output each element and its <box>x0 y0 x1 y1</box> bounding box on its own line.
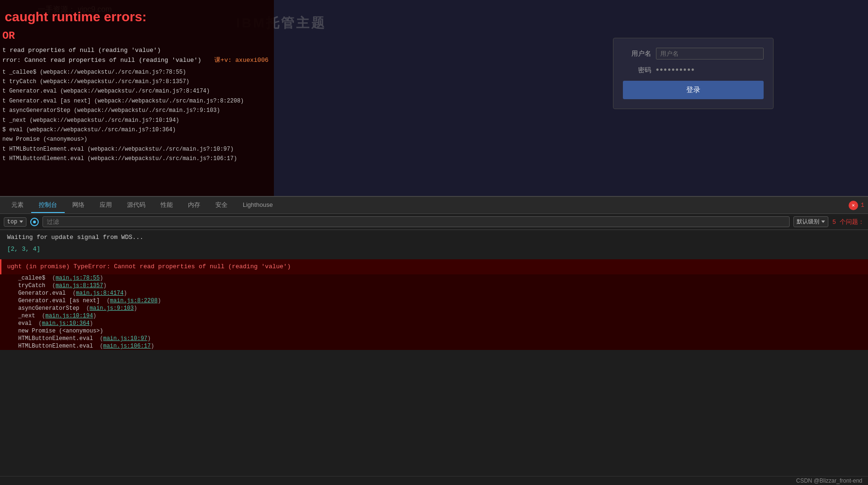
console-stack-2: tryCatch (main.js:8:1357) <box>0 282 868 289</box>
devtools-panel: 元素 控制台 网络 应用 源代码 性能 内存 安全 Lighthouse ✕ 1… <box>0 196 868 485</box>
console-line-wds: Waiting for update signal from WDS... <box>0 232 868 244</box>
stack-line-7: $ eval (webpack://webpackstu/./src/main.… <box>2 125 269 135</box>
tab-memory[interactable]: 内存 <box>180 198 208 213</box>
stack-func-1: _callee$ <box>18 275 45 281</box>
level-selector[interactable]: 默认级别 <box>793 216 828 227</box>
username-input[interactable] <box>656 48 764 60</box>
stack-line-5: t asyncGeneratorStep (webpack://webpacks… <box>2 106 269 115</box>
console-toolbar: top 默认级别 5 个问题： <box>0 214 868 230</box>
error-overlay: caught runtime errors: OR t read propert… <box>0 0 274 196</box>
stack-line-4: t Generator.eval [as next] (webpack://we… <box>2 96 269 106</box>
stack-func-7: eval <box>18 320 32 327</box>
stack-func-8: new Promise (<anonymous>) <box>18 328 103 334</box>
stack-func-3: Generator.eval <box>18 290 66 297</box>
password-dots: •••••••••• <box>656 65 695 75</box>
stack-line-10: t HTMLButtonElement.eval (webpack://webp… <box>2 154 269 163</box>
stack-link-4[interactable]: main.js:8:2208 <box>110 298 158 304</box>
console-line-array: [2, 3, 4] <box>0 244 868 255</box>
eye-icon[interactable] <box>30 218 39 226</box>
stack-link-7[interactable]: main.js:10:364 <box>42 320 90 327</box>
stack-link-2[interactable]: main.js:8:1357 <box>56 282 103 289</box>
stack-link-10[interactable]: main.js:106:17 <box>103 343 151 349</box>
close-button[interactable]: ✕ <box>849 201 858 210</box>
password-label: 密码 <box>623 66 651 75</box>
console-error-main: ught (in promise) TypeError: Cannot read… <box>0 259 868 275</box>
stack-func-9: HTMLButtonElement.eval <box>18 335 93 342</box>
console-stack-1: _callee$ (main.js:78:55) <box>0 274 868 282</box>
stack-line-9: t HTMLButtonElement.eval (webpack://webp… <box>2 145 269 154</box>
tab-application[interactable]: 应用 <box>92 198 119 213</box>
console-stack-10: HTMLButtonElement.eval (main.js:106:17) <box>0 342 868 350</box>
stack-line-6: t _next (webpack://webpackstu/./src/main… <box>2 116 269 125</box>
error-message2: rror: Cannot read properties of null (re… <box>0 56 269 66</box>
username-label: 用户名 <box>623 50 651 58</box>
login-panel: 用户名 密码 •••••••••• 登录 <box>613 38 774 109</box>
tab-console[interactable]: 控制台 <box>31 198 65 213</box>
error-message1: t read properties of null (reading 'valu… <box>0 46 269 56</box>
level-chevron-icon <box>821 221 825 223</box>
filter-input[interactable] <box>43 216 790 227</box>
context-label: top <box>7 219 17 225</box>
stack-func-4: Generator.eval [as next] <box>18 298 100 304</box>
devtools-tabs-bar: 元素 控制台 网络 应用 源代码 性能 内存 安全 Lighthouse ✕ 1 <box>0 197 868 214</box>
console-stack-9: HTMLButtonElement.eval (main.js:10:97) <box>0 335 868 342</box>
stack-func-10: HTMLButtonElement.eval <box>18 343 93 349</box>
tab-network[interactable]: 网络 <box>65 198 92 213</box>
stack-func-5: asyncGeneratorStep <box>18 305 79 312</box>
error-type: OR <box>0 30 269 42</box>
tab-sources[interactable]: 源代码 <box>119 198 153 213</box>
tab-lighthouse[interactable]: Lighthouse <box>235 198 281 212</box>
password-row: 密码 •••••••••• <box>623 65 764 75</box>
console-stack-7: eval (main.js:10:364) <box>0 320 868 327</box>
level-label: 默认级别 <box>797 218 819 226</box>
stack-line-1: t _callee$ (webpack://webpackstu/./src/m… <box>2 68 269 77</box>
stack-link-5[interactable]: main.js:9:103 <box>90 305 134 312</box>
stack-link-6[interactable]: main.js:10:194 <box>45 313 93 319</box>
console-stack-3: Generator.eval (main.js:8:4174) <box>0 289 868 297</box>
tab-elements[interactable]: 元素 <box>4 198 31 213</box>
stack-link-3[interactable]: main.js:8:4174 <box>76 290 124 297</box>
console-output: Waiting for update signal from WDS... [2… <box>0 230 868 476</box>
stack-line-8: new Promise (<anonymous>) <box>2 135 269 144</box>
stack-link-1[interactable]: main.js:78:55 <box>56 275 100 281</box>
tab-security[interactable]: 安全 <box>208 198 235 213</box>
browser-page: 一手资源： vipc9.com IBM托管主题 caught runtime e… <box>0 0 868 196</box>
console-stack-4: Generator.eval [as next] (main.js:8:2208… <box>0 297 868 305</box>
problem-count: 5 个问题： <box>832 218 864 226</box>
stack-link-9[interactable]: main.js:10:97 <box>103 335 147 342</box>
chevron-down-icon <box>19 221 23 223</box>
stack-func-2: tryCatch <box>18 282 45 289</box>
console-stack-6: _next (main.js:10:194) <box>0 312 868 320</box>
stack-func-6: _next <box>18 313 35 319</box>
bottom-watermark: CSDN @Blizzar_front-end <box>796 477 862 484</box>
context-selector[interactable]: top <box>4 217 26 227</box>
console-stack-5: asyncGeneratorStep (main.js:9:103) <box>0 305 868 312</box>
username-row: 用户名 <box>623 48 764 60</box>
stack-line-3: t Generator.eval (webpack://webpackstu/.… <box>2 86 269 96</box>
stack-trace-overlay: t _callee$ (webpack://webpackstu/./src/m… <box>0 68 269 164</box>
stack-line-2: t tryCatch (webpack://webpackstu/./src/m… <box>2 77 269 86</box>
error-title: caught runtime errors: <box>0 9 269 25</box>
tab-performance[interactable]: 性能 <box>153 198 180 213</box>
login-button[interactable]: 登录 <box>623 81 764 99</box>
error-count-badge: 1 <box>861 202 864 209</box>
bottom-bar: CSDN @Blizzar_front-end <box>0 476 868 485</box>
console-stack-8: new Promise (<anonymous>) <box>0 327 868 335</box>
